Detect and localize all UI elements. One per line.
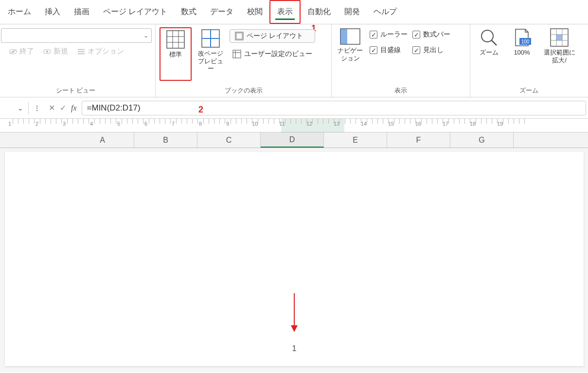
view-custom-label: ユーザー設定のビュー	[244, 50, 312, 58]
menu-bar: ホーム 挿入 描画 ページ レイアウト 数式 データ 校閲 表示 自動化 開発 …	[0, 0, 588, 24]
ruler-number: 14	[361, 121, 367, 127]
horizontal-ruler: 12345678910111213141516171819	[0, 119, 588, 132]
ruler-number: 17	[443, 121, 448, 127]
navigation-label: ナビゲー ション	[338, 47, 363, 62]
pagelayout-icon	[235, 32, 244, 40]
zoom-100-button[interactable]: 100 100%	[507, 27, 536, 56]
checkbox-formulabar-label: 数式バー	[423, 30, 450, 39]
sheetview-end-button[interactable]: 終了	[9, 47, 34, 56]
ruler-number: 18	[470, 121, 476, 127]
formula-input[interactable]	[82, 101, 586, 115]
svg-rect-8	[167, 31, 184, 48]
column-header-B[interactable]: B	[134, 132, 197, 148]
checkbox-icon	[412, 46, 420, 54]
grid-icon	[166, 30, 185, 49]
grid-selection-icon	[550, 28, 569, 47]
sheetview-options-label: オプション	[88, 47, 124, 56]
menu-help[interactable]: ヘルプ	[367, 1, 404, 23]
ruler-number: 15	[388, 121, 394, 127]
list-icon	[77, 48, 86, 55]
view-custom-button[interactable]: ユーザー設定のビュー	[230, 48, 315, 60]
ruler-number: 11	[279, 121, 285, 127]
view-pagelayout-label: ページ レイアウト	[247, 32, 303, 40]
view-pagebreak-button[interactable]: 改ページ プレビュー	[195, 27, 227, 74]
ruler-number: 1	[8, 121, 11, 127]
svg-point-23	[481, 30, 493, 42]
magnifier-icon	[480, 28, 498, 47]
arrow-down-icon	[288, 293, 300, 332]
chevron-down-icon: ⌄	[143, 32, 148, 39]
svg-rect-17	[236, 33, 242, 39]
ruler-number: 19	[497, 121, 503, 127]
page-100-icon: 100	[512, 28, 532, 47]
ruler-number: 6	[144, 121, 147, 127]
menu-draw[interactable]: 描画	[67, 1, 96, 23]
checkbox-headings[interactable]: 見出し	[412, 46, 450, 55]
checkbox-icon	[370, 46, 377, 54]
ribbon-group-bookview: 標準 改ページ プレビュー ページ レイアウト ユーザー設定のビュー	[156, 24, 332, 97]
menu-pagelayout[interactable]: ページ レイアウト	[96, 1, 174, 23]
checkbox-ruler[interactable]: ルーラー	[370, 30, 408, 39]
menu-review[interactable]: 校閲	[240, 1, 269, 23]
menu-data[interactable]: データ	[203, 1, 240, 23]
column-header-E[interactable]: E	[324, 132, 387, 148]
svg-rect-22	[340, 29, 347, 44]
column-header-F[interactable]: F	[387, 132, 450, 148]
ruler-number: 16	[415, 121, 421, 127]
annotation-2: 2	[198, 105, 203, 115]
column-header-C[interactable]: C	[197, 132, 261, 148]
page: 1	[5, 152, 584, 366]
svg-line-24	[492, 40, 497, 45]
sheetview-new-button[interactable]: 新規	[43, 47, 68, 56]
column-header-A[interactable]: A	[71, 132, 134, 148]
checkbox-headings-label: 見出し	[423, 46, 444, 55]
formula-bar: ⌄ ⋮ ✕ ✓ fx	[0, 97, 588, 119]
column-headers: A B C D E F G	[0, 132, 588, 148]
ruler-number: 9	[226, 121, 229, 127]
sheetview-new-label: 新規	[53, 47, 68, 56]
zoom-selection-button[interactable]: 選択範囲に 拡大/	[540, 27, 578, 64]
view-pagebreak-label: 改ページ プレビュー	[196, 50, 226, 73]
customview-icon	[232, 50, 241, 58]
zoom-selection-label: 選択範囲に 拡大/	[544, 49, 575, 64]
pagebreak-icon	[201, 29, 220, 48]
menu-developer[interactable]: 開発	[338, 1, 367, 23]
cancel-icon[interactable]: ✕	[49, 103, 55, 112]
menu-home[interactable]: ホーム	[1, 1, 38, 23]
fx-icon[interactable]: fx	[71, 104, 77, 112]
checkbox-icon	[370, 31, 377, 38]
column-header-G[interactable]: G	[450, 132, 514, 148]
checkbox-ruler-label: ルーラー	[380, 30, 408, 39]
zoom-label: ズーム	[480, 49, 499, 56]
ruler-number: 7	[172, 121, 175, 127]
ruler-number: 2	[36, 121, 38, 127]
view-normal-button[interactable]: 標準	[160, 27, 192, 81]
zoom-button[interactable]: ズーム	[474, 27, 503, 56]
navigation-button[interactable]: ナビゲー ション	[336, 27, 365, 62]
svg-marker-34	[291, 325, 298, 332]
view-pagelayout-button[interactable]: ページ レイアウト	[230, 29, 315, 43]
divider	[28, 102, 29, 114]
ribbon-group-show-label: 表示	[336, 84, 466, 96]
ruler-number: 5	[117, 121, 120, 127]
sheetview-dropdown[interactable]: ⌄	[1, 28, 152, 43]
checkbox-icon	[412, 31, 420, 38]
ribbon-group-sheetview: ⌄ 終了 新規 オプション シー	[0, 24, 156, 97]
ribbon-group-bookview-label: ブックの表示	[160, 84, 327, 96]
menu-formulas[interactable]: 数式	[174, 1, 203, 23]
sheetview-options-button[interactable]: オプション	[77, 47, 124, 56]
menu-automate[interactable]: 自動化	[301, 1, 338, 23]
zoom-100-label: 100%	[514, 49, 530, 56]
worksheet-area[interactable]: 1	[0, 148, 588, 372]
checkbox-formulabar[interactable]: 数式バー	[412, 30, 450, 39]
checkbox-gridlines-label: 目盛線	[380, 46, 401, 55]
menu-view[interactable]: 表示	[269, 0, 301, 24]
name-box[interactable]: ⌄	[2, 104, 26, 112]
menu-insert[interactable]: 挿入	[38, 1, 67, 23]
navigation-icon	[340, 28, 360, 45]
column-header-D[interactable]: D	[261, 132, 324, 148]
eye-end-icon	[9, 48, 18, 55]
svg-point-4	[46, 50, 49, 53]
enter-icon[interactable]: ✓	[60, 103, 66, 112]
checkbox-gridlines[interactable]: 目盛線	[370, 46, 408, 55]
